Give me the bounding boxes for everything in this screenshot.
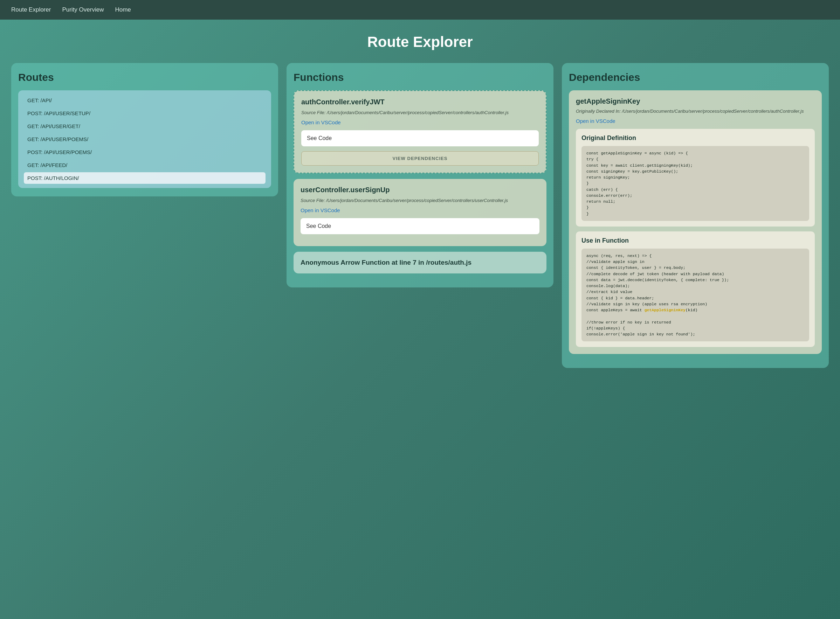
dependencies-column-title: Dependencies — [569, 72, 822, 83]
page-title: Route Explorer — [11, 34, 829, 51]
function-name-0: authController.verifyJWT — [301, 98, 539, 106]
original-definition-label: Original Definition — [581, 135, 809, 142]
open-vscode-link-0[interactable]: Open in VSCode — [301, 120, 539, 126]
function-source-1: Source File: /Users/jordan/Documents/Car… — [301, 197, 539, 204]
function-card-0: authController.verifyJWT Source File: /U… — [293, 90, 547, 173]
nav-home[interactable]: Home — [115, 6, 131, 13]
navbar: Route Explorer Purity Overview Home — [0, 0, 840, 19]
route-item-2[interactable]: GET: /API/USER/GET/ — [24, 120, 265, 132]
main-content: Route Explorer Routes GET: /API/ POST: /… — [0, 19, 840, 379]
route-item-5[interactable]: GET: /API/FEED/ — [24, 159, 265, 171]
routes-column-title: Routes — [18, 72, 271, 83]
see-code-box-1[interactable]: See Code — [301, 218, 539, 234]
route-item-4[interactable]: POST: /API/USER/POEMS/ — [24, 147, 265, 158]
original-definition-code: const getAppleSigninKey = async (kid) =>… — [581, 146, 809, 221]
use-in-function-card: Use in Function async (req, res, next) =… — [576, 232, 815, 347]
function-name-1: userController.userSignUp — [301, 186, 539, 194]
dep-card-0: getAppleSigninKey Originally Declared In… — [569, 90, 822, 354]
open-vscode-link-1[interactable]: Open in VSCode — [301, 207, 539, 213]
function-card-1: userController.userSignUp Source File: /… — [293, 179, 547, 246]
highlight-getAppleSigninKey: getAppleSigninKey — [645, 308, 686, 312]
functions-column-title: Functions — [293, 72, 547, 83]
dep-name-0: getAppleSigninKey — [576, 97, 815, 105]
route-item-0[interactable]: GET: /API/ — [24, 94, 265, 106]
route-item-6[interactable]: POST: /AUTH/LOGIN/ — [24, 172, 265, 184]
function-name-2: Anonymous Arrow Function at line 7 in /r… — [301, 259, 539, 266]
columns: Routes GET: /API/ POST: /API/USER/SETUP/… — [11, 63, 829, 368]
use-in-function-code: async (req, res, next) => { //validate a… — [581, 248, 809, 342]
function-card-2: Anonymous Arrow Function at line 7 in /r… — [293, 252, 547, 274]
routes-column: Routes GET: /API/ POST: /API/USER/SETUP/… — [11, 63, 278, 196]
function-source-0: Source File: /Users/jordan/Documents/Car… — [301, 109, 539, 116]
dep-open-vscode-link-0[interactable]: Open in VSCode — [576, 118, 815, 124]
route-item-1[interactable]: POST: /API/USER/SETUP/ — [24, 108, 265, 119]
use-in-function-label: Use in Function — [581, 237, 809, 244]
routes-list: GET: /API/ POST: /API/USER/SETUP/ GET: /… — [18, 90, 271, 188]
route-item-3[interactable]: GET: /API/USER/POEMS/ — [24, 133, 265, 145]
functions-column: Functions authController.verifyJWT Sourc… — [286, 63, 554, 287]
nav-purity-overview[interactable]: Purity Overview — [62, 6, 104, 13]
nav-route-explorer[interactable]: Route Explorer — [11, 6, 51, 13]
dependencies-column: Dependencies getAppleSigninKey Originall… — [562, 63, 829, 368]
original-definition-card: Original Definition const getAppleSignin… — [576, 129, 815, 227]
view-deps-button-0[interactable]: VIEW DEPENDENCIES — [301, 151, 539, 166]
see-code-box-0[interactable]: See Code — [301, 130, 539, 147]
dep-declared-0: Originally Declared In: /Users/jordan/Do… — [576, 108, 815, 115]
